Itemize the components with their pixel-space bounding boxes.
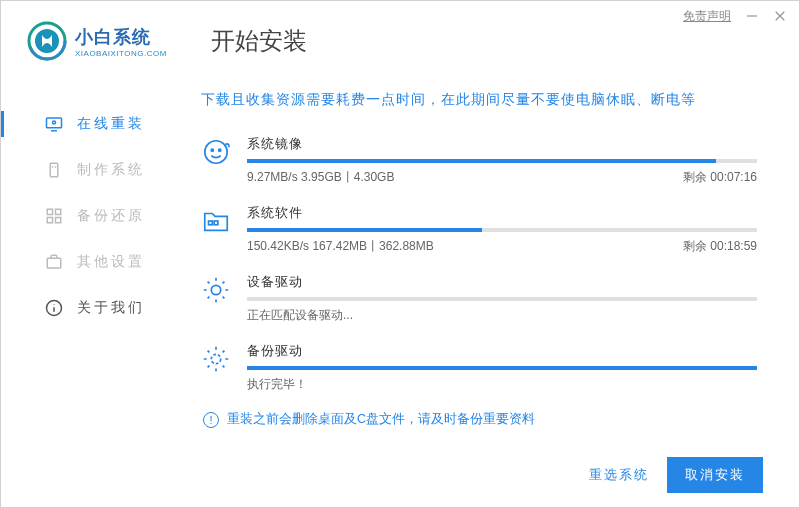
svg-point-21 — [211, 149, 213, 151]
usb-icon — [45, 161, 63, 179]
sidebar-item-label: 制作系统 — [77, 161, 145, 179]
sidebar-item-settings[interactable]: 其他设置 — [1, 239, 191, 285]
tip-text: 下载且收集资源需要耗费一点时间，在此期间尽量不要使电脑休眠、断电等 — [201, 91, 757, 109]
task-title: 系统镜像 — [247, 135, 757, 153]
sidebar-item-reinstall[interactable]: 在线重装 — [1, 101, 191, 147]
task-status: 执行完毕！ — [247, 376, 757, 393]
sidebar-item-backup[interactable]: 备份还原 — [1, 193, 191, 239]
disclaimer-link[interactable]: 免责声明 — [683, 8, 731, 25]
sidebar-item-label: 在线重装 — [77, 115, 145, 133]
folder-icon — [201, 206, 231, 236]
svg-rect-15 — [56, 218, 61, 223]
task-stats: 9.27MB/s 3.95GB丨4.30GB — [247, 169, 394, 186]
progress-bar — [247, 297, 757, 301]
grid-icon — [45, 207, 63, 225]
svg-rect-24 — [214, 221, 218, 225]
task-stats: 150.42KB/s 167.42MB丨362.88MB — [247, 238, 434, 255]
task-system-image: 系统镜像 9.27MB/s 3.95GB丨4.30GB 剩余 00:07:16 — [201, 135, 757, 186]
task-remain: 剩余 00:07:16 — [683, 169, 757, 186]
task-title: 备份驱动 — [247, 342, 757, 360]
task-title: 设备驱动 — [247, 273, 757, 291]
logo-icon — [27, 21, 67, 61]
sidebar-item-label: 备份还原 — [77, 207, 145, 225]
svg-rect-23 — [209, 221, 213, 225]
cancel-button[interactable]: 取消安装 — [667, 457, 763, 493]
page-title: 开始安装 — [211, 25, 307, 57]
minimize-button[interactable] — [745, 9, 759, 23]
svg-point-7 — [53, 121, 56, 124]
logo: 小白系统 XIAOBAIXITONG.COM — [27, 21, 187, 61]
sidebar: 在线重装 制作系统 备份还原 其他设置 关于我们 — [1, 71, 191, 507]
svg-rect-13 — [56, 209, 61, 214]
task-device-driver: 设备驱动 正在匹配设备驱动... — [201, 273, 757, 324]
progress-bar — [247, 159, 757, 163]
monitor-icon — [45, 115, 63, 133]
svg-rect-14 — [47, 218, 52, 223]
task-remain: 剩余 00:18:59 — [683, 238, 757, 255]
warning-notice: ! 重装之前会删除桌面及C盘文件，请及时备份重要资料 — [203, 411, 757, 428]
brand-name: 小白系统 — [75, 25, 167, 49]
sidebar-item-create[interactable]: 制作系统 — [1, 147, 191, 193]
task-title: 系统软件 — [247, 204, 757, 222]
task-system-software: 系统软件 150.42KB/s 167.42MB丨362.88MB 剩余 00:… — [201, 204, 757, 255]
reselect-button[interactable]: 重选系统 — [589, 466, 649, 484]
warning-icon: ! — [203, 412, 219, 428]
brand-sub: XIAOBAIXITONG.COM — [75, 49, 167, 58]
svg-point-20 — [205, 141, 228, 164]
briefcase-icon — [45, 253, 63, 271]
svg-rect-16 — [47, 258, 61, 268]
task-backup-driver: 备份驱动 执行完毕！ — [201, 342, 757, 393]
sidebar-item-label: 关于我们 — [77, 299, 145, 317]
info-icon — [45, 299, 63, 317]
sidebar-item-label: 其他设置 — [77, 253, 145, 271]
task-status: 正在匹配设备驱动... — [247, 307, 757, 324]
gear-icon — [201, 275, 231, 305]
face-icon — [201, 137, 231, 167]
svg-point-26 — [211, 354, 220, 363]
svg-rect-6 — [47, 118, 62, 128]
progress-bar — [247, 366, 757, 370]
warning-text: 重装之前会删除桌面及C盘文件，请及时备份重要资料 — [227, 411, 535, 428]
gear-dashed-icon — [201, 344, 231, 374]
sidebar-item-about[interactable]: 关于我们 — [1, 285, 191, 331]
progress-bar — [247, 228, 757, 232]
close-button[interactable] — [773, 9, 787, 23]
svg-rect-12 — [47, 209, 52, 214]
svg-point-22 — [219, 149, 221, 151]
svg-point-25 — [211, 285, 220, 294]
svg-rect-9 — [50, 163, 58, 177]
